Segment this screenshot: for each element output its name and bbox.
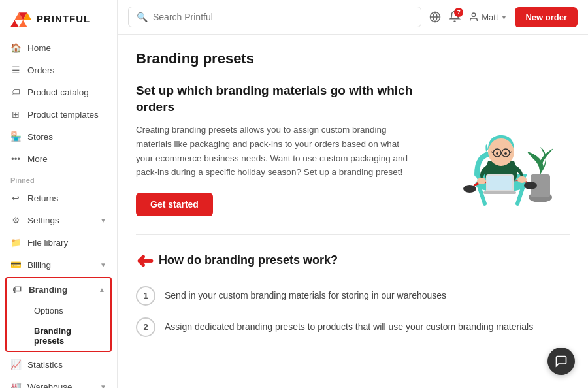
svg-marker-2 [19, 20, 27, 27]
sidebar-navigation: 🏠 Home ☰ Orders 🏷 Product catalog ⊞ Prod… [0, 37, 117, 388]
get-started-button[interactable]: Get started [136, 193, 213, 216]
logo: PRINTFUL [0, 0, 117, 37]
svg-point-14 [517, 176, 527, 183]
notification-badge: 7 [454, 8, 463, 17]
sidebar-item-more[interactable]: ••• More [0, 148, 117, 170]
hero-section: Set up which branding materials go with … [136, 83, 570, 216]
svg-point-13 [477, 178, 486, 184]
grid-icon: ⊞ [10, 109, 21, 120]
step-1: 1 Send in your custom branding materials… [136, 286, 570, 306]
warehouse-icon: 🏭 [10, 381, 21, 388]
sidebar-item-branding[interactable]: 🏷 Branding ▲ [7, 278, 110, 300]
sidebar-sub-label: Options [34, 306, 63, 315]
billing-icon: 💳 [10, 259, 21, 270]
sidebar-item-label: Product catalog [27, 88, 89, 97]
globe-button[interactable] [429, 11, 441, 23]
svg-point-25 [504, 152, 507, 155]
sidebar-item-label: Product templates [27, 110, 99, 120]
user-chevron-icon: ▼ [501, 14, 508, 21]
logo-text: PRINTFUL [37, 13, 90, 24]
svg-point-11 [463, 185, 476, 193]
svg-point-12 [524, 182, 537, 189]
branding-section: 🏷 Branding ▲ Options Branding presets [5, 277, 112, 352]
sidebar-item-label: Warehouse [27, 382, 73, 389]
chevron-up-icon: ▲ [99, 286, 105, 293]
svg-marker-0 [10, 20, 19, 27]
tag-icon: 🏷 [10, 87, 21, 97]
store-icon: 🏪 [10, 131, 21, 142]
pinned-label: Pinned [0, 170, 117, 187]
sidebar-item-label: More [27, 154, 48, 164]
chevron-down-icon: ▼ [100, 217, 106, 224]
chart-icon: 📈 [10, 359, 21, 370]
svg-rect-16 [487, 176, 512, 190]
sidebar-item-options[interactable]: Options [7, 300, 110, 321]
sidebar-item-statistics[interactable]: 📈 Statistics [0, 353, 117, 376]
branding-icon: 🏷 [12, 284, 22, 295]
hero-text: Set up which branding materials go with … [136, 83, 413, 216]
sidebar-item-product-catalog[interactable]: 🏷 Product catalog [0, 81, 117, 103]
step-2: 2 Assign dedicated branding presets to p… [136, 317, 570, 337]
svg-rect-17 [483, 191, 516, 194]
sidebar-item-label: Billing [27, 260, 51, 270]
hero-illustration [426, 83, 570, 214]
section-divider [136, 234, 570, 235]
file-icon: 📁 [10, 237, 21, 248]
sidebar-item-file-library[interactable]: 📁 File library [0, 231, 117, 253]
sidebar-item-label: Returns [27, 193, 58, 203]
how-section-title: How do branding presets work? [159, 253, 338, 267]
step-1-text: Send in your custom branding materials f… [165, 286, 446, 302]
topbar-actions: 7 Matt ▼ New order [429, 7, 578, 27]
return-icon: ↩ [10, 193, 21, 203]
sidebar-item-label: Statistics [27, 360, 63, 370]
sidebar-item-orders[interactable]: ☰ Orders [0, 59, 117, 81]
sidebar-item-returns[interactable]: ↩ Returns [0, 187, 117, 209]
svg-point-24 [496, 152, 498, 155]
step-1-number: 1 [136, 286, 155, 306]
chat-button[interactable] [547, 348, 575, 375]
notifications-button[interactable]: 7 [449, 10, 461, 24]
sidebar-item-home[interactable]: 🏠 Home [0, 37, 117, 59]
sidebar-item-label: Settings [27, 216, 59, 225]
sidebar-item-label: File library [27, 238, 68, 248]
more-icon: ••• [10, 154, 21, 164]
chevron-down-icon: ▼ [100, 383, 106, 389]
sidebar-item-product-templates[interactable]: ⊞ Product templates [0, 103, 117, 125]
svg-point-7 [472, 13, 476, 16]
topbar: 🔍 7 Matt ▼ New order [118, 0, 588, 35]
user-name: Matt [482, 12, 498, 22]
settings-icon: ⚙ [10, 215, 21, 225]
sidebar-item-label: Stores [27, 132, 53, 142]
sidebar-item-label: Home [27, 43, 51, 53]
printful-logo-icon [10, 9, 31, 27]
search-icon: 🔍 [137, 12, 148, 22]
search-input[interactable] [153, 12, 413, 22]
sidebar-item-settings[interactable]: ⚙ Settings ▼ [0, 209, 117, 231]
content-area: Branding presets Set up which branding m… [118, 35, 588, 388]
hero-description: Creating branding presets allows you to … [136, 123, 413, 179]
step-2-text: Assign dedicated branding presets to pro… [165, 317, 533, 334]
home-icon: 🏠 [10, 42, 21, 53]
step-2-number: 2 [136, 317, 155, 337]
search-bar[interactable]: 🔍 [128, 7, 421, 27]
new-order-button[interactable]: New order [515, 7, 578, 27]
arrow-icon: ➜ [136, 248, 154, 273]
sidebar-item-label: Branding [29, 285, 67, 295]
chevron-down-icon: ▼ [100, 261, 106, 268]
hero-heading: Set up which branding materials go with … [136, 83, 413, 115]
steps-list: 1 Send in your custom branding materials… [136, 286, 570, 337]
user-menu[interactable]: Matt ▼ [468, 12, 507, 22]
sidebar-sub-label: Branding presets [34, 326, 100, 346]
sidebar: PRINTFUL 🏠 Home ☰ Orders 🏷 Product catal… [0, 0, 118, 388]
sidebar-item-label: Orders [27, 65, 54, 75]
main-area: 🔍 7 Matt ▼ New order Branding presets [118, 0, 588, 388]
sidebar-item-branding-presets[interactable]: Branding presets [7, 321, 110, 351]
sidebar-item-stores[interactable]: 🏪 Stores [0, 125, 117, 148]
sidebar-item-warehouse[interactable]: 🏭 Warehouse ▼ [0, 376, 117, 388]
page-title: Branding presets [136, 50, 570, 67]
sidebar-item-billing[interactable]: 💳 Billing ▼ [0, 253, 117, 276]
orders-icon: ☰ [10, 65, 21, 75]
how-section-header: ➜ How do branding presets work? [136, 248, 570, 273]
